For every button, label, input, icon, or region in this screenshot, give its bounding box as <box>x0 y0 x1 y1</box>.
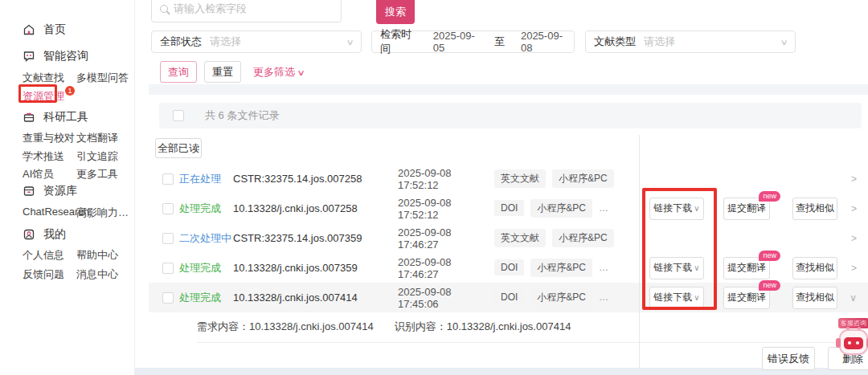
detail-request-value: 10.13328/j.cnki.jos.007414 <box>249 320 374 332</box>
expand-row-icon[interactable]: > <box>851 203 857 214</box>
search-icon <box>160 5 168 13</box>
sidebar-item-doc-translate[interactable]: 文档翻译 <box>76 131 118 145</box>
row-checkbox[interactable] <box>162 263 174 274</box>
type-filter-placeholder: 请选择 <box>644 35 675 49</box>
table-row[interactable]: 处理完成 10.13328/j.cnki.jos.007414 2025-09-… <box>149 283 868 312</box>
row-checkbox[interactable] <box>162 292 174 304</box>
time-from-value[interactable]: 2025-09-05 <box>433 30 478 54</box>
type-filter-select[interactable]: 文献类型 请选择 ∨ <box>585 31 796 53</box>
more-filters-link[interactable]: 更多筛选∨ <box>253 65 304 79</box>
link-download-label: 链接下载 <box>653 202 692 214</box>
find-similar-button[interactable]: 查找相似 <box>792 287 837 309</box>
chevron-down-icon: ∨ <box>694 263 699 272</box>
status-badge: 处理完成 <box>179 202 221 214</box>
customer-service-widget[interactable]: 客服咨询 <box>837 318 868 360</box>
record-tags: 英文文献小程序&PC <box>494 169 639 188</box>
sidebar-item-mine[interactable]: 我的 <box>23 227 66 242</box>
sidebar-item-resource-library[interactable]: 资源库 <box>23 184 77 198</box>
record-detail: 需求内容：10.13328/j.cnki.jos.007414 识别内容：10.… <box>197 312 860 341</box>
sidebar-item-label: 资源库 <box>43 184 77 198</box>
record-time: 2025-09-08 17:52:12 <box>398 197 494 221</box>
link-download-button[interactable]: 链接下载∨ <box>649 257 704 279</box>
status-badge: 处理完成 <box>179 262 221 274</box>
sidebar-item-ai-librarian[interactable]: AI馆员 <box>23 167 53 181</box>
submit-translate-button[interactable]: 提交翻译new <box>723 287 770 309</box>
sidebar-item-high-impact[interactable]: 高影响力… <box>76 206 129 220</box>
sidebar-item-label: 资源管理 <box>23 90 64 102</box>
tag: 小程序&PC <box>530 199 592 218</box>
find-similar-button[interactable]: 查找相似 <box>792 198 837 220</box>
submit-translate-label: 提交翻译 <box>727 202 766 214</box>
sidebar-item-more-tools[interactable]: 更多工具 <box>76 167 118 181</box>
sidebar-item-message-center[interactable]: 消息中心 <box>76 267 118 282</box>
tag: DOI <box>494 200 524 216</box>
sidebar-item-help-center[interactable]: 帮助中心 <box>76 248 118 263</box>
status-badge: 处理完成 <box>179 291 221 304</box>
toolbox-icon <box>23 111 35 124</box>
sidebar-item-home[interactable]: 首页 <box>23 22 66 37</box>
find-similar-button[interactable]: 查找相似 <box>792 257 837 279</box>
query-button[interactable]: 查询 <box>160 61 197 83</box>
tag: 英文文献 <box>494 229 546 247</box>
sidebar-item-feedback[interactable]: 反馈问题 <box>23 267 64 282</box>
tag-overflow: … <box>599 291 608 303</box>
error-feedback-button[interactable]: 错误反馈 <box>762 347 815 370</box>
records-table: 正在处理 CSTR:32375.14.jos.007258 2025-09-08… <box>149 164 868 312</box>
row-checkbox[interactable] <box>162 233 174 244</box>
sidebar-item-personal-info[interactable]: 个人信息 <box>23 248 64 263</box>
chevron-down-icon: ∨ <box>694 204 699 213</box>
filter-panel: 请输入检索字段 搜索 全部状态 请选择 ∨ 检索时间 2025-09-05 至 … <box>149 0 868 84</box>
new-badge: new <box>759 191 780 202</box>
select-all-checkbox[interactable] <box>173 110 184 121</box>
search-input[interactable]: 请输入检索字段 <box>151 0 342 22</box>
search-button[interactable]: 搜索 <box>376 0 415 24</box>
records-panel: 共 6 条文件记录 全部已读 正在处理 CSTR:32375.14.jos.00… <box>149 95 868 368</box>
time-to-value[interactable]: 2025-09-08 <box>521 30 566 54</box>
tag: DOI <box>494 259 524 275</box>
time-range-picker[interactable]: 检索时间 2025-09-05 至 2025-09-08 <box>371 31 575 53</box>
sidebar-item-research-tools[interactable]: 科研工具 <box>23 110 88 124</box>
fixed-column-divider <box>639 135 640 368</box>
list-header: 共 6 条文件记录 <box>159 103 862 128</box>
record-id: CSTR:32375.14.jos.007258 <box>233 173 398 185</box>
chevron-down-icon: ∨ <box>346 38 354 47</box>
sidebar-item-citation-track[interactable]: 引文追踪 <box>76 149 118 164</box>
reset-button[interactable]: 重置 <box>204 61 241 83</box>
sidebar-item-resource-mgmt[interactable]: 资源管理1 <box>23 89 75 104</box>
link-download-button[interactable]: 链接下载∨ <box>649 287 704 309</box>
tag: 小程序&PC <box>552 169 614 188</box>
table-row[interactable]: 处理完成 10.13328/j.cnki.jos.007359 2025-09-… <box>149 253 868 283</box>
sidebar-item-academic-push[interactable]: 学术推送 <box>23 149 64 164</box>
tag: 小程序&PC <box>552 229 614 247</box>
expand-row-icon[interactable]: > <box>851 233 857 244</box>
record-time: 2025-09-08 17:45:06 <box>398 286 494 310</box>
status-badge: 二次处理中 <box>179 232 231 244</box>
sidebar-item-smart-consult[interactable]: 智能咨询 <box>23 49 88 63</box>
notification-badge: 1 <box>65 86 75 96</box>
tag: DOI <box>494 289 524 305</box>
table-row[interactable]: 二次处理中 CSTR:32375.14.jos.007359 2025-09-0… <box>149 223 868 253</box>
table-row[interactable]: 正在处理 CSTR:32375.14.jos.007258 2025-09-08… <box>149 164 868 194</box>
record-tags: DOI小程序&PC… <box>494 288 639 307</box>
submit-translate-button[interactable]: 提交翻译new <box>723 257 770 279</box>
sidebar-item-multi-model-qa[interactable]: 多模型问答 <box>76 71 129 85</box>
sidebar-item-lit-search[interactable]: 文献查找 <box>23 71 64 85</box>
row-checkbox[interactable] <box>162 173 174 185</box>
record-id: CSTR:32375.14.jos.007359 <box>233 232 398 244</box>
link-download-button[interactable]: 链接下载∨ <box>649 198 704 220</box>
expand-row-icon[interactable]: > <box>851 263 857 274</box>
home-icon <box>23 23 35 36</box>
record-time: 2025-09-08 17:52:12 <box>398 167 494 191</box>
table-row[interactable]: 处理完成 10.13328/j.cnki.jos.007258 2025-09-… <box>149 194 868 223</box>
expand-row-icon[interactable]: > <box>851 173 857 185</box>
mark-all-read-button[interactable]: 全部已读 <box>155 138 202 158</box>
status-filter-placeholder: 请选择 <box>210 35 241 49</box>
row-checkbox[interactable] <box>162 203 174 214</box>
page-background-bottom <box>135 368 868 375</box>
collapse-row-icon[interactable]: ∨ <box>850 292 857 304</box>
tag-overflow: … <box>599 202 608 214</box>
sidebar-item-plagiarism-check[interactable]: 查重与校对 <box>23 131 75 145</box>
sidebar-item-label: 首页 <box>43 22 66 37</box>
status-filter-select[interactable]: 全部状态 请选择 ∨ <box>151 31 362 53</box>
submit-translate-button[interactable]: 提交翻译new <box>723 198 770 220</box>
